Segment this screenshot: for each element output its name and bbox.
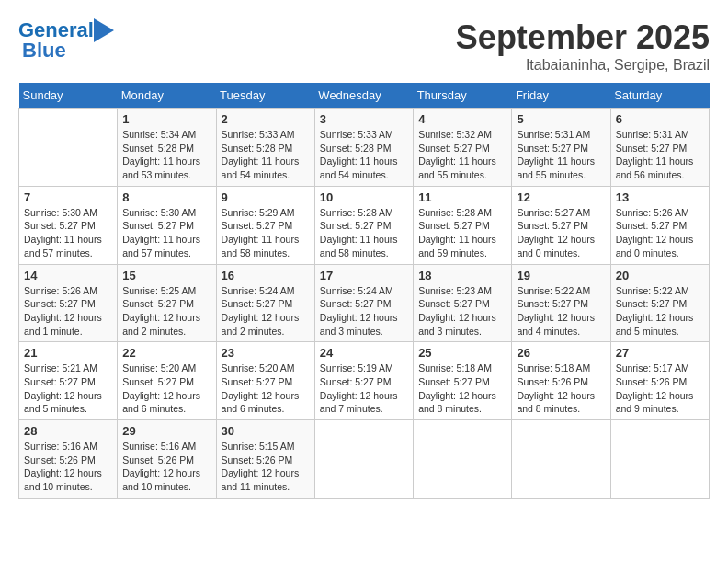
calendar-cell: 10Sunrise: 5:28 AMSunset: 5:27 PMDayligh…	[314, 186, 413, 264]
day-info: Sunrise: 5:21 AMSunset: 5:27 PMDaylight:…	[24, 362, 112, 416]
calendar-cell: 12Sunrise: 5:27 AMSunset: 5:27 PMDayligh…	[512, 186, 610, 264]
day-info: Sunrise: 5:26 AMSunset: 5:27 PMDaylight:…	[24, 284, 112, 339]
day-info: Sunrise: 5:25 AMSunset: 5:27 PMDaylight:…	[122, 284, 210, 339]
calendar-cell: 29Sunrise: 5:16 AMSunset: 5:26 PMDayligh…	[118, 420, 216, 499]
page-header: General Blue September 2025 Itabaianinha…	[18, 18, 710, 74]
day-info: Sunrise: 5:20 AMSunset: 5:27 PMDaylight:…	[122, 362, 210, 416]
title-area: September 2025 Itabaianinha, Sergipe, Br…	[456, 18, 710, 74]
calendar-cell: 11Sunrise: 5:28 AMSunset: 5:27 PMDayligh…	[414, 186, 512, 264]
weekday-header-monday: Monday	[118, 83, 216, 109]
day-number: 27	[616, 346, 704, 360]
calendar-cell: 7Sunrise: 5:30 AMSunset: 5:27 PMDaylight…	[19, 186, 118, 264]
calendar-cell: 30Sunrise: 5:15 AMSunset: 5:26 PMDayligh…	[216, 420, 314, 499]
calendar-cell: 18Sunrise: 5:23 AMSunset: 5:27 PMDayligh…	[414, 264, 512, 342]
day-info: Sunrise: 5:24 AMSunset: 5:27 PMDaylight:…	[222, 284, 310, 339]
weekday-header-thursday: Thursday	[414, 83, 512, 109]
day-info: Sunrise: 5:33 AMSunset: 5:28 PMDaylight:…	[320, 128, 408, 182]
calendar-cell	[610, 420, 709, 499]
day-info: Sunrise: 5:30 AMSunset: 5:27 PMDaylight:…	[122, 206, 210, 260]
day-number: 19	[517, 269, 605, 282]
calendar-cell: 8Sunrise: 5:30 AMSunset: 5:27 PMDaylight…	[118, 186, 216, 264]
day-info: Sunrise: 5:34 AMSunset: 5:28 PMDaylight:…	[122, 128, 210, 182]
weekday-header-saturday: Saturday	[610, 83, 709, 109]
svg-marker-0	[94, 18, 114, 42]
day-number: 10	[320, 190, 408, 204]
calendar-cell	[314, 420, 413, 499]
calendar-cell: 20Sunrise: 5:22 AMSunset: 5:27 PMDayligh…	[610, 264, 709, 342]
calendar-cell: 14Sunrise: 5:26 AMSunset: 5:27 PMDayligh…	[19, 264, 118, 342]
calendar-cell	[414, 420, 512, 499]
day-number: 25	[418, 346, 506, 360]
day-number: 21	[24, 346, 112, 360]
day-info: Sunrise: 5:20 AMSunset: 5:27 PMDaylight:…	[222, 362, 310, 416]
weekday-header-row: SundayMondayTuesdayWednesdayThursdayFrid…	[19, 83, 710, 109]
day-info: Sunrise: 5:30 AMSunset: 5:27 PMDaylight:…	[24, 206, 112, 260]
day-number: 5	[517, 112, 605, 126]
calendar-cell: 6Sunrise: 5:31 AMSunset: 5:27 PMDaylight…	[610, 109, 709, 187]
day-number: 14	[24, 269, 112, 282]
day-number: 16	[222, 269, 310, 282]
calendar-table: SundayMondayTuesdayWednesdayThursdayFrid…	[18, 83, 710, 499]
calendar-week-2: 7Sunrise: 5:30 AMSunset: 5:27 PMDaylight…	[19, 186, 710, 264]
calendar-week-3: 14Sunrise: 5:26 AMSunset: 5:27 PMDayligh…	[19, 264, 710, 342]
calendar-cell: 28Sunrise: 5:16 AMSunset: 5:26 PMDayligh…	[19, 420, 118, 499]
day-number: 13	[616, 190, 704, 204]
day-info: Sunrise: 5:31 AMSunset: 5:27 PMDaylight:…	[517, 128, 605, 182]
day-info: Sunrise: 5:18 AMSunset: 5:26 PMDaylight:…	[517, 362, 605, 416]
weekday-header-friday: Friday	[512, 83, 610, 109]
logo: General Blue	[18, 18, 114, 63]
calendar-cell: 23Sunrise: 5:20 AMSunset: 5:27 PMDayligh…	[216, 342, 314, 420]
day-number: 23	[222, 346, 310, 360]
day-number: 9	[222, 190, 310, 204]
calendar-cell	[19, 109, 118, 187]
calendar-cell: 26Sunrise: 5:18 AMSunset: 5:26 PMDayligh…	[512, 342, 610, 420]
calendar-cell: 5Sunrise: 5:31 AMSunset: 5:27 PMDaylight…	[512, 109, 610, 187]
calendar-week-4: 21Sunrise: 5:21 AMSunset: 5:27 PMDayligh…	[19, 342, 710, 420]
calendar-cell: 25Sunrise: 5:18 AMSunset: 5:27 PMDayligh…	[414, 342, 512, 420]
day-number: 28	[24, 424, 112, 438]
calendar-cell: 3Sunrise: 5:33 AMSunset: 5:28 PMDaylight…	[314, 109, 413, 187]
day-number: 6	[616, 112, 704, 126]
day-info: Sunrise: 5:33 AMSunset: 5:28 PMDaylight:…	[222, 128, 310, 182]
day-number: 22	[122, 346, 210, 360]
day-info: Sunrise: 5:15 AMSunset: 5:26 PMDaylight:…	[222, 440, 310, 494]
day-info: Sunrise: 5:27 AMSunset: 5:27 PMDaylight:…	[517, 206, 605, 260]
location: Itabaianinha, Sergipe, Brazil	[456, 57, 710, 74]
day-number: 8	[122, 190, 210, 204]
day-number: 11	[418, 190, 506, 204]
day-info: Sunrise: 5:31 AMSunset: 5:27 PMDaylight:…	[616, 128, 704, 182]
day-info: Sunrise: 5:32 AMSunset: 5:27 PMDaylight:…	[418, 128, 506, 182]
weekday-header-wednesday: Wednesday	[314, 83, 413, 109]
day-number: 2	[222, 112, 310, 126]
day-number: 4	[418, 112, 506, 126]
day-info: Sunrise: 5:17 AMSunset: 5:26 PMDaylight:…	[616, 362, 704, 416]
day-number: 26	[517, 346, 605, 360]
calendar-cell: 16Sunrise: 5:24 AMSunset: 5:27 PMDayligh…	[216, 264, 314, 342]
day-number: 30	[222, 424, 310, 438]
day-info: Sunrise: 5:28 AMSunset: 5:27 PMDaylight:…	[418, 206, 506, 260]
day-info: Sunrise: 5:28 AMSunset: 5:27 PMDaylight:…	[320, 206, 408, 260]
calendar-cell: 2Sunrise: 5:33 AMSunset: 5:28 PMDaylight…	[216, 109, 314, 187]
day-info: Sunrise: 5:16 AMSunset: 5:26 PMDaylight:…	[24, 440, 112, 494]
calendar-cell: 22Sunrise: 5:20 AMSunset: 5:27 PMDayligh…	[118, 342, 216, 420]
day-info: Sunrise: 5:18 AMSunset: 5:27 PMDaylight:…	[418, 362, 506, 416]
day-number: 20	[616, 269, 704, 282]
day-number: 29	[122, 424, 210, 438]
day-number: 18	[418, 269, 506, 282]
day-number: 17	[320, 269, 408, 282]
day-info: Sunrise: 5:23 AMSunset: 5:27 PMDaylight:…	[418, 284, 506, 339]
day-number: 12	[517, 190, 605, 204]
day-number: 7	[24, 190, 112, 204]
day-info: Sunrise: 5:22 AMSunset: 5:27 PMDaylight:…	[616, 284, 704, 339]
calendar-cell: 15Sunrise: 5:25 AMSunset: 5:27 PMDayligh…	[118, 264, 216, 342]
logo-blue: Blue	[22, 39, 66, 63]
logo-icon	[94, 18, 114, 42]
day-info: Sunrise: 5:19 AMSunset: 5:27 PMDaylight:…	[320, 362, 408, 416]
weekday-header-tuesday: Tuesday	[216, 83, 314, 109]
month-title: September 2025	[456, 18, 710, 57]
calendar-week-1: 1Sunrise: 5:34 AMSunset: 5:28 PMDaylight…	[19, 109, 710, 187]
calendar-cell: 21Sunrise: 5:21 AMSunset: 5:27 PMDayligh…	[19, 342, 118, 420]
calendar-cell: 4Sunrise: 5:32 AMSunset: 5:27 PMDaylight…	[414, 109, 512, 187]
calendar-week-5: 28Sunrise: 5:16 AMSunset: 5:26 PMDayligh…	[19, 420, 710, 499]
weekday-header-sunday: Sunday	[19, 83, 118, 109]
